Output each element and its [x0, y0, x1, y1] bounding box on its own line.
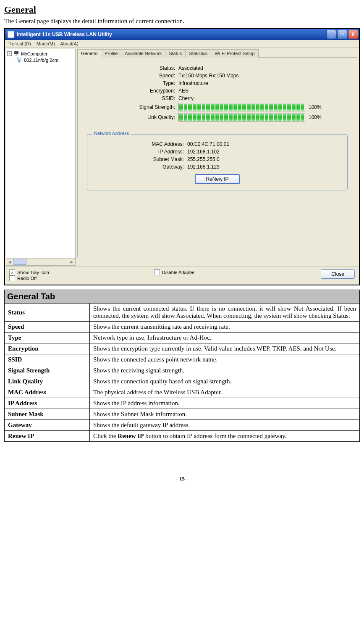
renew-ip-button[interactable]: ReNew IP — [195, 174, 239, 184]
menu-about[interactable]: About(A) — [60, 41, 78, 46]
speed-label: Speed: — [83, 73, 178, 79]
row-label: Renew IP — [5, 431, 90, 442]
status-value: Associated — [178, 65, 352, 71]
subnet-value: 255.255.255.0 — [187, 156, 343, 162]
row-label: MAC Address — [5, 387, 90, 398]
close-button[interactable]: Close — [321, 269, 355, 279]
table-row: TypeNetwork type in use, Infrastructure … — [5, 333, 360, 343]
link-quality-pct: 100% — [309, 114, 322, 120]
row-label: SSID — [5, 354, 90, 365]
show-tray-label: Show Tray Icon — [17, 270, 49, 275]
encryption-label: Encryption: — [83, 88, 178, 94]
row-desc: Shows the connection quality based on si… — [90, 376, 360, 387]
scroll-right-icon[interactable]: ► — [68, 259, 75, 264]
row-label: Type — [5, 333, 90, 343]
row-label: Link Quality — [5, 376, 90, 387]
device-tree[interactable]: - 🖥️ MyComputer 📡 802.11n/b/g 2cm ◄ ► — [6, 49, 76, 266]
tab-status[interactable]: Status — [165, 49, 186, 58]
table-header: General Tab — [5, 290, 360, 303]
table-row: Renew IPClick the Renew IP button to obt… — [5, 431, 360, 442]
link-quality-bar — [178, 113, 305, 121]
radio-off-label: Radio Off — [17, 276, 37, 281]
row-desc: Shows the Subnet Mask information. — [90, 409, 360, 420]
signal-strength-label: Signal Strength: — [83, 104, 178, 110]
menubar: Refresh(R) Mode(M) About(A) — [5, 40, 359, 48]
tab-wps[interactable]: Wi-Fi Protect Setup — [211, 49, 258, 58]
tree-adapter-label[interactable]: 802.11n/b/g 2cm — [24, 58, 58, 63]
row-desc: Shows the IP address information. — [90, 398, 360, 409]
tab-strip: General Profile Available Network Status… — [77, 49, 357, 58]
tab-available-network[interactable]: Available Network — [121, 49, 165, 58]
signal-strength-bar — [178, 103, 305, 111]
table-row: StatusShows the current connected status… — [5, 303, 360, 322]
page-number: - 15 - — [4, 475, 360, 482]
collapse-icon[interactable]: - — [7, 51, 12, 56]
disable-adapter-checkbox[interactable]: Disable Adapter — [154, 269, 195, 275]
minimize-button[interactable]: _ — [326, 30, 336, 39]
tree-scrollbar[interactable]: ◄ ► — [6, 258, 75, 265]
general-pane: Status:Associated Speed:Tx:150 Mbps Rx:1… — [77, 58, 357, 257]
table-row: MAC AddressThe physical address of the W… — [5, 387, 360, 398]
row-desc: Shows the default gateway IP address. — [90, 420, 360, 431]
encryption-value: AES — [178, 88, 352, 94]
tab-general[interactable]: General — [77, 49, 101, 58]
scroll-thumb[interactable] — [13, 259, 26, 265]
mac-label: MAC Address: — [92, 141, 187, 147]
row-desc: Shows the receiving signal strength. — [90, 365, 360, 376]
status-label: Status: — [83, 65, 178, 71]
app-window: Intelligent 11n USB Wireless LAN Utility… — [4, 28, 360, 285]
row-desc: The physical address of the Wireless USB… — [90, 387, 360, 398]
ip-value: 192.168.1.102 — [187, 149, 343, 155]
row-desc: Shows the encryption type currently in u… — [90, 343, 360, 354]
type-label: Type: — [83, 80, 178, 86]
table-row: SpeedShows the current transmitting rate… — [5, 322, 360, 333]
row-desc: Shows the current transmitting rate and … — [90, 322, 360, 333]
app-icon — [8, 31, 14, 38]
table-row: IP AddressShows the IP address informati… — [5, 398, 360, 409]
tree-root-label[interactable]: MyComputer — [21, 51, 47, 56]
computer-icon: 🖥️ — [13, 51, 19, 56]
row-label: Subnet Mask — [5, 409, 90, 420]
table-row: EncryptionShows the encryption type curr… — [5, 343, 360, 354]
row-label: Speed — [5, 322, 90, 333]
row-label: Status — [5, 303, 90, 322]
window-title: Intelligent 11n USB Wireless LAN Utility — [17, 32, 325, 37]
menu-refresh[interactable]: Refresh(R) — [8, 41, 31, 46]
row-desc: Shows the connected access point network… — [90, 354, 360, 365]
table-row: GatewayShows the default gateway IP addr… — [5, 420, 360, 431]
row-desc: Click the Renew IP button to obtain IP a… — [90, 431, 360, 442]
titlebar: Intelligent 11n USB Wireless LAN Utility… — [5, 29, 359, 40]
signal-strength-pct: 100% — [309, 104, 322, 110]
checkbox-checked-icon: ✓ — [9, 269, 15, 275]
row-label: Gateway — [5, 420, 90, 431]
row-desc: Shows the current connected status. If t… — [90, 303, 360, 322]
tab-statistics[interactable]: Statistics — [185, 49, 211, 58]
ip-label: IP Address: — [92, 149, 187, 155]
checkbox-empty-icon — [9, 275, 15, 281]
section-heading: General — [4, 4, 360, 15]
table-row: Link QualityShows the connection quality… — [5, 376, 360, 387]
ssid-label: SSID: — [83, 95, 178, 101]
general-tab-table: General Tab StatusShows the current conn… — [4, 290, 360, 442]
radio-off-checkbox[interactable]: Radio Off — [9, 275, 37, 281]
checkbox-empty-icon — [154, 269, 160, 275]
adapter-icon: 📡 — [16, 57, 22, 63]
table-row: Subnet MaskShows the Subnet Mask informa… — [5, 409, 360, 420]
gateway-label: Gateway: — [92, 164, 187, 170]
table-row: Signal StrengthShows the receiving signa… — [5, 365, 360, 376]
table-row: SSIDShows the connected access point net… — [5, 354, 360, 365]
close-window-button[interactable]: X — [348, 30, 358, 39]
show-tray-checkbox[interactable]: ✓Show Tray Icon — [9, 269, 49, 275]
ssid-value: Cherry — [178, 95, 352, 101]
intro-text: The General page displays the detail inf… — [4, 18, 360, 25]
tab-profile[interactable]: Profile — [101, 49, 121, 58]
maximize-button[interactable]: □ — [337, 30, 347, 39]
gateway-value: 192.168.1.123 — [187, 164, 343, 170]
menu-mode[interactable]: Mode(M) — [37, 41, 55, 46]
row-desc: Network type in use, Infrastructure or A… — [90, 333, 360, 343]
row-label: IP Address — [5, 398, 90, 409]
disable-adapter-label: Disable Adapter — [162, 270, 195, 275]
scroll-left-icon[interactable]: ◄ — [6, 259, 13, 264]
row-label: Encryption — [5, 343, 90, 354]
subnet-label: Subnet Mask: — [92, 156, 187, 162]
